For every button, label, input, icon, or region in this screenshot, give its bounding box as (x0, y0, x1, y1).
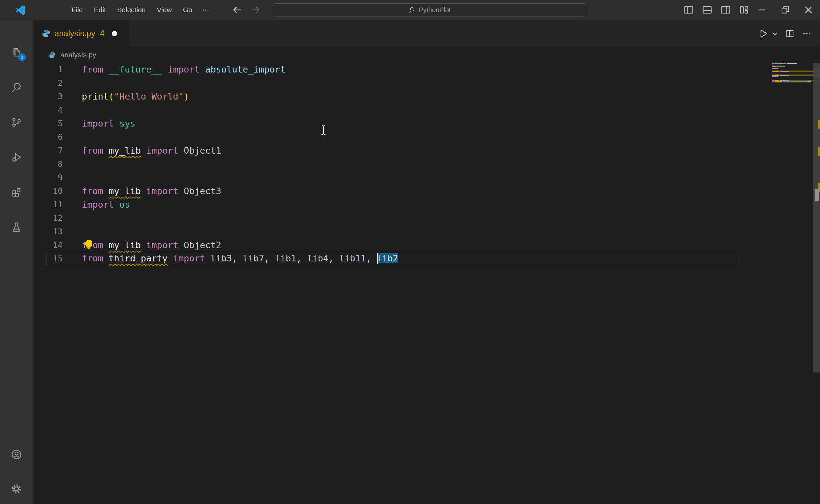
menu-more[interactable]: ⋯ (198, 3, 215, 16)
tab-bar: analysis.py 4 (33, 20, 820, 47)
breadcrumb[interactable]: analysis.py (33, 47, 820, 63)
window-controls (751, 0, 820, 20)
search-placeholder: PythonPlot (419, 6, 451, 14)
activity-explorer-button[interactable]: 1 (10, 45, 23, 59)
scrollbar-slider[interactable] (813, 63, 820, 372)
activity-bar-bottom (0, 448, 33, 504)
code-line[interactable]: 3print("Hello World") (46, 90, 739, 103)
editor-area: analysis.py 4 (33, 20, 820, 504)
menu-bar: FileEditSelectionViewGo⋯ (66, 0, 215, 20)
chevron-down-icon (771, 30, 779, 38)
tab-problem-count: 4 (100, 29, 105, 38)
line-number: 6 (46, 132, 63, 142)
search-icon (408, 6, 416, 14)
code-text: from my_lib import Object2 (82, 240, 221, 250)
run-dropdown-button[interactable] (770, 26, 780, 41)
line-number: 4 (46, 105, 63, 115)
code-line[interactable]: 9 (46, 171, 739, 184)
tab-filename: analysis.py (54, 29, 95, 38)
code-text: import sys (82, 118, 136, 129)
code-action-lightbulb-icon[interactable] (85, 240, 93, 250)
menu-edit[interactable]: Edit (88, 3, 111, 16)
overview-cursor-mark (815, 189, 819, 201)
code-text: import os (82, 199, 130, 210)
split-editor-button[interactable] (782, 26, 797, 41)
close-button[interactable] (797, 0, 820, 20)
code-line[interactable]: 2 (46, 76, 739, 90)
activity-settings-button[interactable] (10, 482, 23, 496)
line-number: 7 (46, 146, 63, 155)
vscode-window: FileEditSelectionViewGo⋯ PythonPlot 1 (0, 0, 820, 504)
vertical-scrollbar[interactable] (812, 55, 820, 504)
activity-testing-button[interactable] (10, 220, 23, 234)
overview-warning-mark (818, 147, 820, 156)
breadcrumb-filename: analysis.py (60, 51, 96, 59)
text-caret (377, 253, 378, 264)
code-line[interactable]: 15from third_party import lib3, lib7, li… (46, 252, 739, 265)
python-file-icon (48, 51, 56, 59)
layout-controls (680, 0, 753, 20)
menu-view[interactable]: View (151, 3, 177, 16)
activity-bar: 1 (0, 20, 33, 504)
editor-actions (756, 20, 814, 47)
line-number: 1 (46, 65, 63, 74)
command-center-search[interactable]: PythonPlot (272, 3, 587, 16)
code-line[interactable]: 4 (46, 103, 739, 117)
overview-warning-mark (818, 120, 820, 129)
line-number: 5 (46, 119, 63, 128)
menu-file[interactable]: File (66, 3, 88, 16)
navigate-back-button[interactable] (231, 4, 243, 16)
activity-run-debug-button[interactable] (10, 150, 23, 164)
code-text: from third_party import lib3, lib7, lib1… (82, 253, 398, 264)
vscode-logo-icon (15, 4, 26, 15)
title-bar: FileEditSelectionViewGo⋯ PythonPlot (0, 0, 820, 20)
line-number: 11 (46, 200, 63, 209)
code-text: from __future__ import absolute_import (82, 64, 286, 74)
line-number: 13 (46, 227, 63, 236)
tab-analysis-py[interactable]: analysis.py 4 (33, 20, 129, 47)
more-actions-button[interactable] (800, 26, 814, 41)
navigate-forward-button[interactable] (249, 4, 262, 16)
code-line[interactable]: 13 (46, 225, 739, 238)
code-line[interactable]: 8 (46, 157, 739, 171)
menu-go[interactable]: Go (177, 3, 198, 16)
line-number: 3 (46, 92, 63, 101)
line-number: 8 (46, 159, 63, 169)
activity-source-control-button[interactable] (10, 115, 23, 129)
code-line[interactable]: 11import os (46, 198, 739, 211)
tab-modified-dot-icon[interactable] (112, 31, 117, 36)
code-line[interactable]: 1from __future__ import absolute_import (46, 63, 739, 76)
activity-bar-top: 1 (0, 20, 33, 234)
toggle-secondary-sidebar-button[interactable] (716, 0, 735, 20)
code-line[interactable]: 12 (46, 211, 739, 225)
activity-extensions-button[interactable] (10, 185, 23, 199)
code-line[interactable]: 6 (46, 130, 739, 144)
line-number: 15 (46, 254, 63, 263)
line-number: 9 (46, 173, 63, 182)
code-line[interactable]: 5import sys (46, 117, 739, 130)
activity-search-button[interactable] (10, 80, 23, 94)
line-number: 12 (46, 213, 63, 223)
line-number: 10 (46, 186, 63, 196)
code-text: from my_lib import Object3 (82, 186, 221, 196)
activity-accounts-button[interactable] (10, 448, 23, 461)
code-lines: 1from __future__ import absolute_import2… (33, 63, 739, 265)
explorer-badge: 1 (17, 53, 26, 62)
code-line[interactable]: 10from my_lib import Object3 (46, 184, 739, 198)
code-line[interactable]: 7from my_lib import Object1 (46, 144, 739, 157)
line-number: 2 (46, 78, 63, 88)
selected-text: lib2 (377, 253, 398, 263)
run-python-file-button[interactable] (756, 26, 771, 41)
code-line[interactable]: 14from my_lib import Object2 (46, 238, 739, 252)
python-file-icon (42, 29, 50, 38)
menu-selection[interactable]: Selection (111, 3, 151, 16)
toggle-primary-sidebar-button[interactable] (680, 0, 698, 20)
code-text: print("Hello World") (82, 91, 189, 102)
toggle-panel-button[interactable] (698, 0, 716, 20)
ellipsis-icon (802, 29, 812, 39)
minimize-button[interactable] (751, 0, 774, 20)
restore-button[interactable] (774, 0, 797, 20)
line-number: 14 (46, 240, 63, 250)
code-text: from my_lib import Object1 (82, 145, 221, 156)
